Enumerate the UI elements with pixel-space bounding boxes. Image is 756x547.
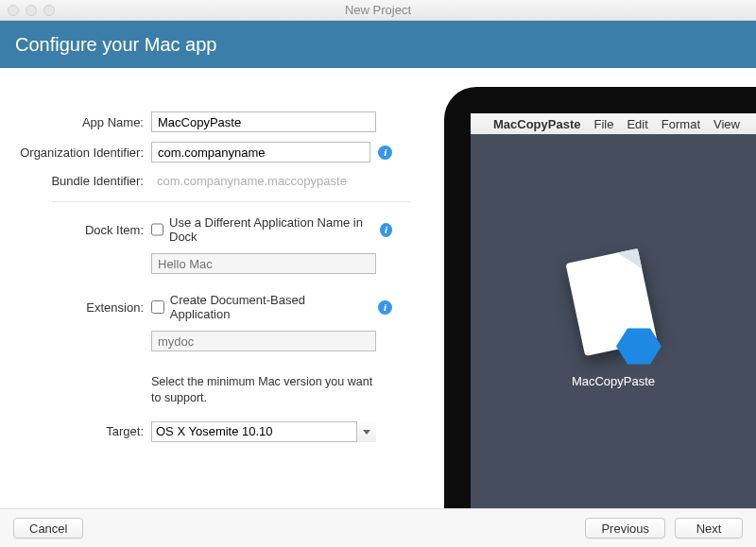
previous-button[interactable]: Previous xyxy=(585,518,665,538)
preview-menubar: MacCopyPaste File Edit Format View xyxy=(471,113,756,134)
app-icon xyxy=(569,255,658,361)
titlebar: New Project xyxy=(0,0,756,21)
org-id-input[interactable] xyxy=(151,142,370,162)
preview-pane: MacCopyPaste File Edit Format View MacCo… xyxy=(444,87,756,508)
next-button[interactable]: Next xyxy=(675,518,743,538)
device-bezel: MacCopyPaste File Edit Format View MacCo… xyxy=(444,87,756,508)
app-name-input[interactable] xyxy=(151,111,376,132)
extension-checkbox[interactable] xyxy=(151,300,164,314)
target-select[interactable]: OS X Yosemite 10.10 xyxy=(151,421,376,442)
target-helper-text: Select the minimum Mac version you want … xyxy=(151,374,376,406)
preview-menu-item: Format xyxy=(662,117,700,131)
banner-heading: Configure your Mac app xyxy=(15,34,216,56)
device-screen: MacCopyPaste File Edit Format View MacCo… xyxy=(471,113,756,508)
dock-item-name-input xyxy=(151,253,376,274)
preview-menu-item: File xyxy=(593,117,613,131)
target-label: Target: xyxy=(0,424,151,438)
preview-app-name: MacCopyPaste xyxy=(493,117,580,131)
banner: Configure your Mac app xyxy=(0,21,756,68)
close-window-icon[interactable] xyxy=(8,5,19,16)
preview-menu-item: View xyxy=(713,117,740,131)
window-controls xyxy=(8,5,55,16)
preview-desktop: MacCopyPaste xyxy=(471,134,756,508)
footer: Cancel Previous Next xyxy=(0,508,756,547)
config-form: App Name: Organization Identifier: i Bun… xyxy=(0,68,439,452)
app-icon-caption: MacCopyPaste xyxy=(572,374,655,388)
separator xyxy=(52,201,411,202)
info-icon[interactable]: i xyxy=(378,145,392,160)
cancel-button[interactable]: Cancel xyxy=(13,518,83,538)
dock-item-checkbox[interactable] xyxy=(151,223,163,236)
org-id-label: Organization Identifier: xyxy=(0,145,151,160)
dock-item-label: Dock Item: xyxy=(0,223,151,237)
minimize-window-icon[interactable] xyxy=(26,5,37,16)
extension-name-input xyxy=(151,331,376,351)
bundle-id-value: com.companyname.maccopypaste xyxy=(151,172,352,190)
preview-menu-item: Edit xyxy=(627,117,647,131)
zoom-window-icon[interactable] xyxy=(43,5,55,16)
extension-checkbox-label: Create Document-Based Application xyxy=(170,293,365,321)
dock-item-checkbox-label: Use a Different Application Name in Dock xyxy=(169,215,367,244)
bundle-id-label: Bundle Identifier: xyxy=(0,174,151,188)
info-icon[interactable]: i xyxy=(378,300,392,315)
window-title: New Project xyxy=(0,3,756,17)
extension-label: Extension: xyxy=(0,300,151,315)
info-icon[interactable]: i xyxy=(380,223,392,237)
app-name-label: App Name: xyxy=(0,115,151,129)
